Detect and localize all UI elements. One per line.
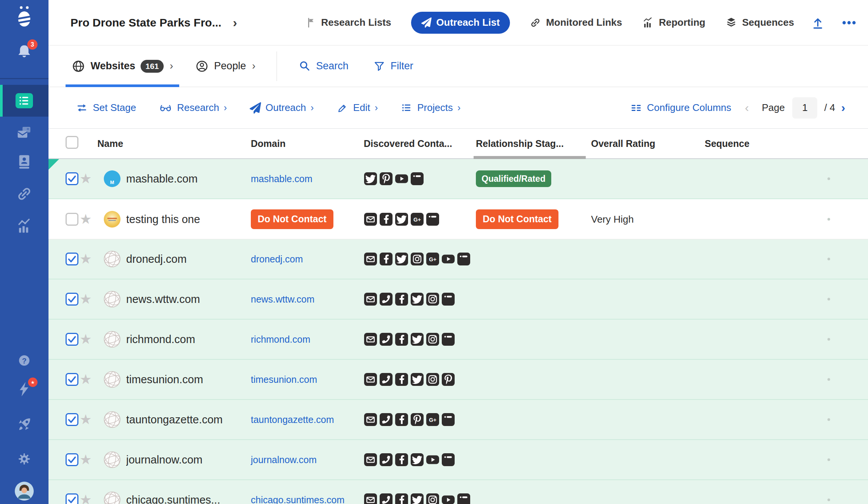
row-checkbox[interactable] <box>66 293 78 306</box>
site-name-link[interactable]: dronedj.com <box>126 253 187 265</box>
row-checkbox[interactable] <box>66 213 78 226</box>
envelope-icon[interactable] <box>364 453 377 467</box>
envelope-icon[interactable] <box>364 332 377 346</box>
facebook-icon[interactable] <box>379 252 393 266</box>
sidebar-item-lists[interactable] <box>0 85 48 117</box>
star-icon[interactable]: ★ <box>80 212 92 226</box>
table-row[interactable]: ★dronedj.comdronedj.comG+ <box>48 239 868 279</box>
star-icon[interactable]: ★ <box>80 453 92 467</box>
nav-research-lists[interactable]: Research Lists <box>305 17 391 29</box>
instagram-icon[interactable] <box>426 292 439 306</box>
pinterest-icon[interactable] <box>410 413 424 426</box>
table-row[interactable]: ★news.wttw.comnews.wttw.com <box>48 279 868 320</box>
twitter-icon[interactable] <box>410 292 424 306</box>
notifications-button[interactable]: 3 <box>16 42 33 61</box>
page-next-button[interactable]: › <box>841 101 845 115</box>
star-icon[interactable]: ★ <box>80 332 92 346</box>
youtube-icon[interactable] <box>426 453 439 467</box>
sidebar-item-launch[interactable] <box>16 416 33 435</box>
set-stage-button[interactable]: Set Stage <box>75 101 136 114</box>
newspaper-icon[interactable] <box>441 292 455 306</box>
newspaper-icon[interactable] <box>441 413 455 426</box>
domain-link[interactable]: journalnow.com <box>251 454 317 465</box>
phone-icon[interactable] <box>379 413 393 426</box>
facebook-icon[interactable] <box>395 292 408 306</box>
twitter-icon[interactable] <box>395 252 408 266</box>
outreach-menu-button[interactable]: Outreach › <box>250 102 314 114</box>
site-name-link[interactable]: chicago.suntimes... <box>126 494 220 504</box>
sidebar-item-help[interactable]: ? <box>16 352 33 370</box>
facebook-icon[interactable] <box>395 332 408 346</box>
site-name-link[interactable]: richmond.com <box>126 333 195 346</box>
tab-websites[interactable]: Websites 161 › <box>66 45 179 87</box>
row-checkbox[interactable] <box>66 253 78 265</box>
phone-icon[interactable] <box>379 493 393 504</box>
star-icon[interactable]: ★ <box>80 252 92 266</box>
nav-monitored-links[interactable]: Monitored Links <box>530 17 622 28</box>
phone-icon[interactable] <box>379 292 393 306</box>
star-icon[interactable]: ★ <box>80 373 92 386</box>
newspaper-icon[interactable] <box>457 493 471 504</box>
youtube-icon[interactable] <box>441 493 455 504</box>
table-row[interactable]: ★journalnow.comjournalnow.com <box>48 440 868 480</box>
column-header-domain[interactable]: Domain <box>251 138 286 149</box>
row-checkbox[interactable] <box>66 413 78 426</box>
projects-menu-button[interactable]: Projects › <box>400 102 460 114</box>
column-header-relationship-stag-[interactable]: Relationship Stag... <box>476 138 564 149</box>
research-menu-button[interactable]: Research › <box>159 101 227 114</box>
configure-columns-button[interactable]: Configure Columns <box>630 102 731 114</box>
pinterest-icon[interactable] <box>441 373 455 386</box>
sidebar-item-settings[interactable] <box>16 451 32 468</box>
envelope-icon[interactable] <box>364 252 377 266</box>
nav-outreach-list[interactable]: Outreach List <box>411 12 510 34</box>
site-name-link[interactable]: tauntongazette.com <box>126 413 223 426</box>
youtube-icon[interactable] <box>441 252 455 266</box>
newspaper-icon[interactable] <box>457 252 471 266</box>
facebook-icon[interactable] <box>395 373 408 386</box>
phone-icon[interactable] <box>379 373 393 386</box>
domain-link[interactable]: mashable.com <box>251 173 313 184</box>
table-row[interactable]: ★Mmashable.commashable.comQualified/Rate… <box>48 159 868 199</box>
twitter-icon[interactable] <box>410 453 424 467</box>
domain-link[interactable]: tauntongazette.com <box>251 414 334 425</box>
newspaper-icon[interactable] <box>441 332 455 346</box>
table-row[interactable]: ★tauntongazette.comtauntongazette.comG+ <box>48 400 868 440</box>
table-row[interactable]: ★chicago.suntimes...chicago.suntimes.com <box>48 480 868 504</box>
tab-people[interactable]: People › <box>189 45 261 87</box>
search-button[interactable]: Search <box>298 60 349 73</box>
row-checkbox[interactable] <box>66 493 78 504</box>
envelope-icon[interactable] <box>364 292 377 306</box>
facebook-icon[interactable] <box>395 493 408 504</box>
site-name-link[interactable]: mashable.com <box>126 173 198 185</box>
edit-menu-button[interactable]: Edit › <box>336 102 378 114</box>
domain-link[interactable]: timesunion.com <box>251 374 317 385</box>
site-name-link[interactable]: news.wttw.com <box>126 293 200 306</box>
gplus-icon[interactable]: G+ <box>426 252 439 266</box>
envelope-icon[interactable] <box>364 413 377 426</box>
sidebar-item-links[interactable] <box>16 186 33 204</box>
envelope-icon[interactable] <box>364 212 377 226</box>
site-name-link[interactable]: testing this one <box>126 213 200 225</box>
domain-link[interactable]: news.wttw.com <box>251 294 314 305</box>
star-icon[interactable]: ★ <box>80 172 92 186</box>
row-checkbox[interactable] <box>66 373 78 386</box>
twitter-icon[interactable] <box>364 172 377 186</box>
row-checkbox[interactable] <box>66 453 78 466</box>
youtube-icon[interactable] <box>395 172 408 186</box>
sidebar-item-account[interactable] <box>14 481 34 502</box>
site-name-link[interactable]: journalnow.com <box>126 454 203 466</box>
table-row[interactable]: ★timesunion.comtimesunion.com <box>48 360 868 400</box>
facebook-icon[interactable] <box>395 453 408 467</box>
twitter-icon[interactable] <box>395 212 408 226</box>
twitter-icon[interactable] <box>410 332 424 346</box>
title-chevron-icon[interactable]: › <box>233 15 237 30</box>
table-row[interactable]: ★testing this oneDo Not ContactG+Do Not … <box>48 199 868 239</box>
page-previous-button[interactable]: ‹ <box>745 101 749 115</box>
facebook-icon[interactable] <box>395 413 408 426</box>
instagram-icon[interactable] <box>410 252 424 266</box>
column-header-name[interactable]: Name <box>97 138 123 149</box>
nav-reporting[interactable]: Reporting <box>642 17 705 29</box>
envelope-icon[interactable] <box>364 373 377 386</box>
row-checkbox[interactable] <box>66 333 78 346</box>
pinterest-icon[interactable] <box>379 172 393 186</box>
